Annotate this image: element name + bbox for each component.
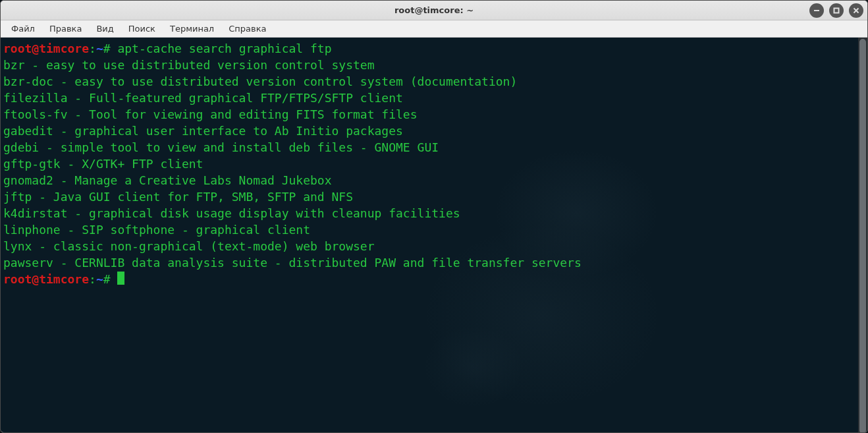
output-line: filezilla - Full-featured graphical FTP/… <box>3 91 403 105</box>
scrollbar-thumb[interactable] <box>859 39 866 433</box>
prompt-hash: # <box>103 42 111 55</box>
output-line: gdebi - simple tool to view and install … <box>3 140 439 154</box>
output-line: bzr - easy to use distributed version co… <box>3 58 375 72</box>
terminal-window: root@timcore: ~ Файл Правка Вид Поиск Те… <box>0 0 868 433</box>
menu-edit[interactable]: Правка <box>43 22 88 35</box>
output-line: gnomad2 - Manage a Creative Labs Nomad J… <box>3 173 332 187</box>
menu-file[interactable]: Файл <box>5 22 41 35</box>
prompt-userhost: root@timcore <box>3 272 89 286</box>
menubar: Файл Правка Вид Поиск Терминал Справка <box>1 20 867 38</box>
command-text: apt-cache search graphical ftp <box>117 42 331 55</box>
minimize-icon <box>813 7 820 14</box>
window-title: root@timcore: ~ <box>394 5 474 15</box>
maximize-button[interactable] <box>829 3 844 18</box>
output-line: lynx - classic non-graphical (text-mode)… <box>3 239 375 253</box>
maximize-icon <box>833 7 840 14</box>
menu-terminal[interactable]: Терминал <box>163 22 221 35</box>
scrollbar[interactable] <box>858 38 867 432</box>
output-line: pawserv - CERNLIB data analysis suite - … <box>3 256 582 270</box>
output-line: ftools-fv - Tool for viewing and editing… <box>3 107 418 121</box>
menu-search[interactable]: Поиск <box>122 22 162 35</box>
prompt-sep: : <box>89 42 96 55</box>
terminal-container: root@timcore:~# apt-cache search graphic… <box>1 38 867 432</box>
output-line: gftp-gtk - X/GTK+ FTP client <box>3 157 203 171</box>
close-button[interactable] <box>849 3 863 18</box>
output-line: gabedit - graphical user interface to Ab… <box>3 124 403 138</box>
prompt-userhost: root@timcore <box>3 42 89 55</box>
titlebar-controls <box>809 3 863 18</box>
output-line: linphone - SIP softphone - graphical cli… <box>3 223 310 237</box>
cursor-icon <box>117 272 124 285</box>
svg-rect-1 <box>834 8 839 13</box>
prompt-path: ~ <box>96 272 103 286</box>
close-icon <box>853 7 859 14</box>
prompt-sep: : <box>89 272 96 286</box>
output-line: jftp - Java GUI client for FTP, SMB, SFT… <box>3 190 353 204</box>
output-line: k4dirstat - graphical disk usage display… <box>3 206 460 220</box>
output-line: bzr-doc - easy to use distributed versio… <box>3 74 517 88</box>
menu-view[interactable]: Вид <box>90 22 120 35</box>
prompt-path: ~ <box>96 42 103 55</box>
minimize-button[interactable] <box>809 3 824 18</box>
prompt-hash: # <box>103 272 111 286</box>
terminal-output[interactable]: root@timcore:~# apt-cache search graphic… <box>1 38 858 432</box>
menu-help[interactable]: Справка <box>222 22 273 35</box>
titlebar[interactable]: root@timcore: ~ <box>1 1 867 20</box>
